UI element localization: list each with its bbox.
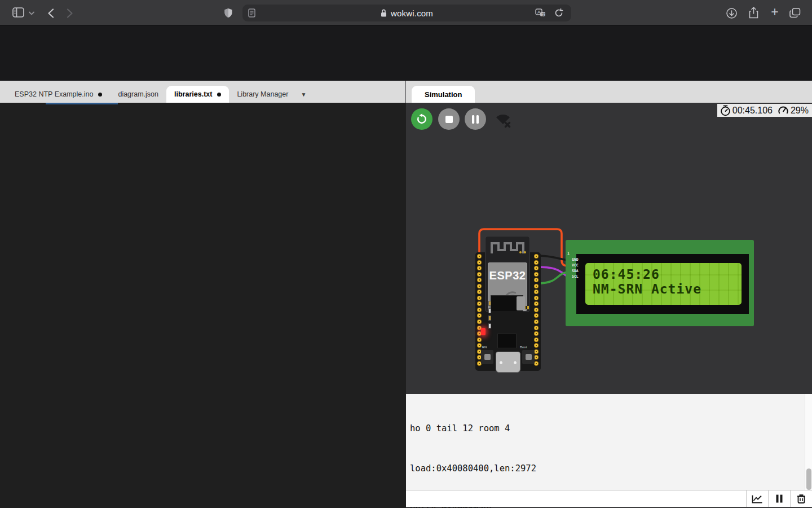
en-button[interactable] [481, 350, 493, 364]
lcd-bezel: 06:45:26 NM-SRN Active [576, 254, 749, 314]
editor-tabbar: ESP32 NTP Example.ino diagram.json libra… [0, 81, 405, 103]
lcd-gnd-label: GND [572, 257, 579, 262]
privacy-shield-icon[interactable] [224, 8, 233, 18]
serial-plotter-button[interactable] [746, 491, 768, 507]
simulation-pane: Simulation 00:45.106 29% [406, 81, 812, 508]
translate-icon[interactable]: A文 [535, 8, 546, 17]
tab-diagram-json[interactable]: diagram.json [110, 86, 166, 103]
serial-monitor[interactable]: ho 0 tail 12 room 4 load:0x40080400,len:… [406, 394, 812, 490]
boot-button[interactable] [522, 350, 535, 364]
sim-cpu-load: 29% [791, 106, 809, 116]
en-label: EN [482, 345, 487, 349]
unsaved-dot-icon [98, 93, 102, 97]
editor-selection-highlight [46, 103, 118, 104]
reload-icon[interactable] [554, 8, 563, 17]
url-text: wokwi.com [391, 8, 433, 18]
capacitor [488, 301, 491, 306]
tab-overview-icon[interactable] [789, 8, 801, 18]
boot-label: Boot [520, 345, 527, 349]
unsaved-dot-icon [217, 93, 221, 97]
lcd-screen: 06:45:26 NM-SRN Active [585, 263, 742, 305]
serial-line: ho 0 tail 12 room 4 [410, 422, 636, 436]
capacitor [488, 316, 491, 321]
serial-pause-button[interactable] [768, 491, 790, 507]
tab-libraries-txt[interactable]: libraries.txt [166, 86, 229, 103]
lcd1602-display[interactable]: 1 GND VCC SDA SCL 06:45:26 NM-SRN Active [566, 240, 754, 326]
performance-gauge-icon [778, 105, 789, 116]
browser-toolbar: wokwi.com A文 + [0, 0, 812, 25]
esp32-devkit-board[interactable]: ESP32 EN Boot [475, 229, 541, 371]
chevron-down-icon: ▼ [301, 91, 306, 98]
lcd-line2: NM-SRN Active [593, 282, 701, 296]
module-pad [519, 251, 522, 253]
reader-view-icon[interactable] [248, 8, 255, 17]
simulation-timer: 00:45.106 29% [717, 104, 812, 117]
new-tab-button[interactable]: + [768, 5, 782, 20]
usb-uart-chip [497, 334, 517, 348]
tab-simulation[interactable]: Simulation [412, 86, 475, 103]
wifi-off-icon [494, 112, 513, 131]
chevron-down-icon[interactable] [29, 11, 34, 15]
lcd-line1: 06:45:26 [593, 267, 660, 282]
back-button[interactable] [47, 8, 54, 18]
editor-pane: ESP32 NTP Example.ino diagram.json libra… [0, 81, 406, 508]
share-icon[interactable] [749, 7, 758, 19]
lock-icon [381, 9, 387, 17]
downloads-icon[interactable] [726, 8, 737, 19]
svg-text:文: 文 [542, 12, 546, 16]
esp32-label: ESP32 [488, 269, 527, 282]
tab-esp32-ntp-example[interactable]: ESP32 NTP Example.ino [7, 86, 110, 103]
sim-time: 00:45.106 [732, 106, 773, 116]
lcd-sda-label: SDA [572, 269, 579, 273]
simulation-canvas[interactable]: 00:45.106 29% [406, 103, 812, 394]
lcd-pin1-label: 1 [567, 251, 570, 256]
tab-library-manager[interactable]: Library Manager ▼ [229, 86, 314, 103]
stopwatch-icon [720, 105, 731, 116]
pause-simulation-button[interactable] [465, 108, 486, 130]
restart-simulation-button[interactable] [411, 108, 433, 130]
regulator-chip [517, 296, 525, 310]
lcd-vcc-label: VCC [572, 263, 579, 268]
stop-simulation-button[interactable] [438, 108, 460, 130]
micro-usb-connector [496, 352, 520, 373]
serial-toolbar [406, 490, 812, 507]
forward-button[interactable] [67, 8, 73, 18]
module-pad [524, 251, 526, 253]
page-background [0, 25, 812, 81]
code-editor[interactable] [0, 103, 406, 508]
serial-scrollbar[interactable] [805, 394, 812, 490]
address-bar[interactable]: wokwi.com A文 [242, 5, 571, 21]
antenna-trace [486, 239, 529, 255]
resistor [488, 323, 491, 329]
power-led [481, 328, 486, 335]
esp32-pins-right [534, 254, 539, 366]
esp32-pins-left [477, 254, 482, 366]
sidebar-toggle-icon[interactable] [12, 7, 24, 17]
safari-window: wokwi.com A文 + ESP32 NTP Example.ino [0, 0, 812, 508]
serial-clear-button[interactable] [790, 491, 812, 507]
scrollbar-thumb[interactable] [806, 468, 811, 490]
resistor [488, 308, 491, 313]
serial-line: load:0x40080400,len:2972 [410, 462, 636, 476]
lcd-scl-label: SCL [572, 274, 579, 279]
simulation-tabbar: Simulation [406, 81, 812, 103]
